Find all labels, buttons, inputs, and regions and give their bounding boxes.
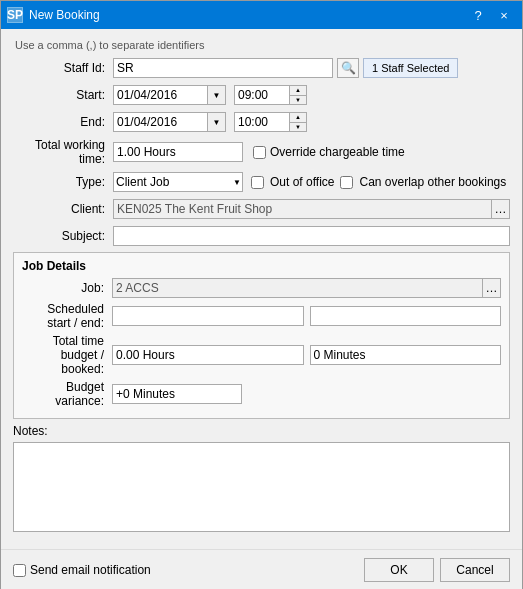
app-icon: SP bbox=[7, 7, 23, 23]
footer-buttons: OK Cancel bbox=[364, 558, 510, 582]
end-date-input[interactable] bbox=[113, 112, 208, 132]
subject-row: Subject: bbox=[13, 225, 510, 247]
title-bar-buttons: ? × bbox=[466, 5, 516, 25]
staff-selected-badge: 1 Staff Selected bbox=[363, 58, 458, 78]
end-time-input[interactable] bbox=[234, 112, 289, 132]
job-browse-icon: … bbox=[486, 281, 498, 295]
total-time-budget-row: Total time budget / booked: bbox=[22, 334, 501, 376]
type-label: Type: bbox=[13, 175, 113, 189]
can-overlap-checkbox[interactable] bbox=[340, 176, 353, 189]
total-working-time-row: Total working time: Override chargeable … bbox=[13, 138, 510, 166]
notes-label: Notes: bbox=[13, 424, 48, 438]
can-overlap-label: Can overlap other bookings bbox=[359, 175, 506, 189]
staff-search-button[interactable]: 🔍 bbox=[337, 58, 359, 78]
title-bar: SP New Booking ? × bbox=[1, 1, 522, 29]
notes-section: Notes: bbox=[13, 424, 510, 535]
end-date-dropdown[interactable]: ▼ bbox=[208, 112, 226, 132]
start-time-group: ▲ ▼ bbox=[234, 85, 307, 105]
override-chargeable-group: Override chargeable time bbox=[253, 145, 405, 159]
start-label: Start: bbox=[13, 88, 113, 102]
start-date-input[interactable] bbox=[113, 85, 208, 105]
type-select[interactable]: Client Job Internal Out of office bbox=[113, 172, 243, 192]
browse-icon: … bbox=[495, 202, 507, 216]
start-row: Start: ▼ ▲ ▼ bbox=[13, 84, 510, 106]
dialog-body: Use a comma (,) to separate identifiers … bbox=[1, 29, 522, 545]
end-time-up[interactable]: ▲ bbox=[290, 113, 306, 122]
cancel-button[interactable]: Cancel bbox=[440, 558, 510, 582]
job-row: Job: … bbox=[22, 278, 501, 298]
job-details-title: Job Details bbox=[22, 259, 501, 273]
client-row: Client: … bbox=[13, 198, 510, 220]
budget-input[interactable] bbox=[112, 345, 304, 365]
total-working-time-input[interactable] bbox=[113, 142, 243, 162]
notes-input[interactable] bbox=[13, 442, 510, 532]
end-time-down[interactable]: ▼ bbox=[290, 122, 306, 131]
type-select-wrapper: Client Job Internal Out of office bbox=[113, 172, 243, 192]
notes-area-wrapper bbox=[13, 438, 510, 535]
dialog-title: New Booking bbox=[29, 8, 466, 22]
dialog-footer: Send email notification OK Cancel bbox=[1, 549, 522, 589]
new-booking-dialog: SP New Booking ? × Use a comma (,) to se… bbox=[0, 0, 523, 589]
end-time-group: ▲ ▼ bbox=[234, 112, 307, 132]
booked-input[interactable] bbox=[310, 345, 502, 365]
ok-button[interactable]: OK bbox=[364, 558, 434, 582]
budget-variance-row: Budget variance: bbox=[22, 380, 501, 408]
override-chargeable-label: Override chargeable time bbox=[270, 145, 405, 159]
staff-id-input[interactable] bbox=[113, 58, 333, 78]
subject-label: Subject: bbox=[13, 229, 113, 243]
scheduled-start-end-label: Scheduled start / end: bbox=[22, 302, 112, 330]
hint-text: Use a comma (,) to separate identifiers bbox=[13, 39, 510, 51]
client-browse-button[interactable]: … bbox=[492, 199, 510, 219]
client-input[interactable] bbox=[113, 199, 492, 219]
staff-id-label: Staff Id: bbox=[13, 61, 113, 75]
budget-variance-label: Budget variance: bbox=[22, 380, 112, 408]
out-of-office-checkbox[interactable] bbox=[251, 176, 264, 189]
close-button[interactable]: × bbox=[492, 5, 516, 25]
search-icon: 🔍 bbox=[341, 61, 356, 75]
start-time-spinner: ▲ ▼ bbox=[289, 85, 307, 105]
end-date-group: ▼ bbox=[113, 112, 226, 132]
job-details-group: Job Details Job: … Scheduled start / end… bbox=[13, 252, 510, 419]
help-button[interactable]: ? bbox=[466, 5, 490, 25]
start-date-group: ▼ bbox=[113, 85, 226, 105]
send-email-label: Send email notification bbox=[30, 563, 151, 577]
job-input[interactable] bbox=[112, 278, 483, 298]
type-extras: Out of office Can overlap other bookings bbox=[251, 175, 506, 189]
budget-variance-input[interactable] bbox=[112, 384, 242, 404]
type-row: Type: Client Job Internal Out of office … bbox=[13, 171, 510, 193]
total-time-budget-label: Total time budget / booked: bbox=[22, 334, 112, 376]
start-time-input[interactable] bbox=[234, 85, 289, 105]
end-label: End: bbox=[13, 115, 113, 129]
start-time-up[interactable]: ▲ bbox=[290, 86, 306, 95]
subject-input[interactable] bbox=[113, 226, 510, 246]
end-time-spinner: ▲ ▼ bbox=[289, 112, 307, 132]
start-time-down[interactable]: ▼ bbox=[290, 95, 306, 104]
scheduled-start-end-row: Scheduled start / end: bbox=[22, 302, 501, 330]
override-chargeable-checkbox[interactable] bbox=[253, 146, 266, 159]
scheduled-inputs bbox=[112, 306, 501, 326]
scheduled-start-input[interactable] bbox=[112, 306, 304, 326]
send-email-checkbox[interactable] bbox=[13, 564, 26, 577]
start-date-dropdown[interactable]: ▼ bbox=[208, 85, 226, 105]
time-budget-inputs bbox=[112, 345, 501, 365]
staff-id-controls: 🔍 1 Staff Selected bbox=[113, 58, 510, 78]
end-row: End: ▼ ▲ ▼ bbox=[13, 111, 510, 133]
email-notification-group: Send email notification bbox=[13, 563, 364, 577]
staff-id-row: Staff Id: 🔍 1 Staff Selected bbox=[13, 57, 510, 79]
job-label: Job: bbox=[22, 281, 112, 295]
total-working-time-label: Total working time: bbox=[13, 138, 113, 166]
out-of-office-label: Out of office bbox=[270, 175, 334, 189]
scheduled-end-input[interactable] bbox=[310, 306, 502, 326]
job-browse-button[interactable]: … bbox=[483, 278, 501, 298]
client-label: Client: bbox=[13, 202, 113, 216]
